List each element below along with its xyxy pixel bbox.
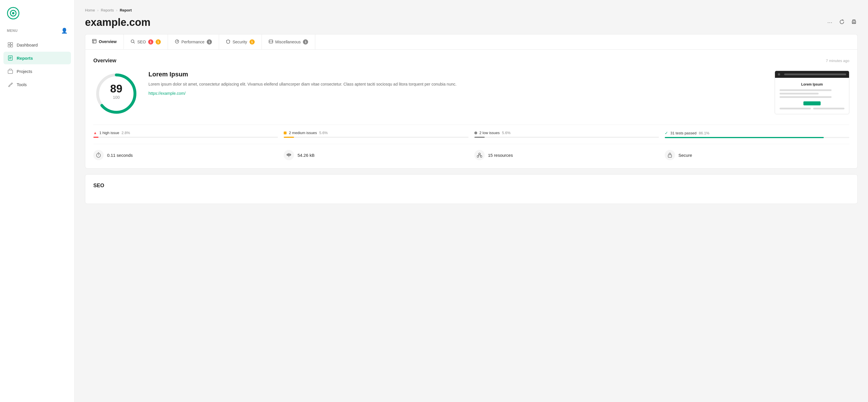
- overview-site-title: Lorem Ipsum: [149, 71, 766, 78]
- refresh-button[interactable]: [838, 18, 846, 27]
- overview-card: Overview 7 minutes ago 89 100 Lorem Ipsu…: [85, 50, 858, 168]
- issue-low-track: [474, 137, 659, 138]
- issue-passed-fill: [665, 137, 824, 138]
- svg-text:89: 89: [110, 83, 122, 95]
- svg-line-12: [10, 84, 11, 85]
- tabs-bar: Overview SEO 1 1 Performance 1: [85, 34, 858, 50]
- timer-icon: [93, 150, 104, 160]
- overview-main-row: 89 100 Lorem Ipsum Lorem ipsum dolor sit…: [93, 71, 849, 117]
- preview-body: Lorem Ipsum: [775, 78, 849, 114]
- breadcrumb-reports[interactable]: Reports: [101, 8, 114, 12]
- svg-point-24: [272, 41, 272, 42]
- overview-text: Lorem ipsum dolor sit amet, consectetur …: [149, 81, 766, 87]
- passed-icon: ✓: [665, 131, 668, 135]
- tab-seo-label: SEO: [137, 40, 146, 44]
- issue-high-label: ▲ 1 high issue 2.8%: [93, 131, 278, 135]
- stats-row: 0.11 seconds 54.26 kB: [93, 144, 849, 160]
- issue-high-pct: 2.8%: [121, 131, 130, 135]
- issue-medium: 2 medium issues 5.6%: [284, 131, 468, 138]
- issue-passed-label: ✓ 31 tests passed 86.1%: [665, 131, 849, 135]
- stat-secure-value: Secure: [679, 153, 692, 158]
- issue-low-pct: 5.6%: [502, 131, 510, 135]
- seo-card: SEO: [85, 174, 858, 204]
- preview-line-1: [780, 89, 832, 91]
- issue-passed-track: [665, 137, 849, 138]
- more-options-button[interactable]: ⋯: [826, 18, 834, 27]
- issue-high-text: 1 high issue: [99, 131, 119, 135]
- sidebar-item-reports[interactable]: Reports: [3, 52, 71, 64]
- scale-icon: [284, 150, 294, 160]
- preview-header-bar: [775, 71, 849, 78]
- svg-rect-4: [11, 42, 12, 44]
- tab-performance-label: Performance: [182, 40, 205, 44]
- issue-low-label: 2 low issues 5.6%: [474, 131, 659, 135]
- tab-security-badge: 1: [250, 39, 255, 44]
- tab-overview-label: Overview: [99, 39, 117, 44]
- tab-performance[interactable]: Performance 1: [168, 34, 219, 50]
- tab-seo[interactable]: SEO 1 1: [124, 34, 168, 50]
- stat-resources-value: 15 resources: [488, 153, 513, 158]
- svg-point-21: [177, 41, 177, 42]
- svg-rect-40: [668, 155, 672, 157]
- breadcrumb-sep-2: ›: [116, 8, 118, 12]
- seo-section-header: SEO: [93, 183, 849, 189]
- tab-overview[interactable]: Overview: [85, 34, 124, 50]
- preview-dot-1: [778, 73, 780, 75]
- resources-icon: [474, 150, 485, 160]
- svg-rect-15: [92, 39, 96, 43]
- main-content: Home › Reports › Report example.com ⋯: [75, 0, 868, 402]
- header-actions: ⋯: [826, 18, 858, 27]
- stat-time: 0.11 seconds: [93, 150, 278, 160]
- reports-label: Reports: [17, 56, 33, 61]
- overview-url[interactable]: https://example.com/: [149, 91, 185, 96]
- projects-label: Projects: [17, 69, 32, 74]
- dashboard-label: Dashboard: [17, 42, 38, 48]
- medium-issue-icon: [284, 131, 286, 134]
- tab-security[interactable]: Security 1: [219, 34, 262, 50]
- preview-footer-line-1: [780, 108, 811, 110]
- sidebar-item-projects[interactable]: Projects: [3, 65, 71, 78]
- tab-miscellaneous[interactable]: Miscellaneous 1: [262, 34, 315, 50]
- stat-secure: Secure: [665, 150, 849, 160]
- tab-misc-icon: [269, 39, 273, 44]
- print-button[interactable]: [850, 18, 858, 27]
- preview-footer: [780, 108, 844, 110]
- sidebar: MENU 👤 Dashboard: [0, 0, 75, 402]
- tab-performance-icon: [175, 39, 179, 44]
- account-icon[interactable]: 👤: [61, 28, 67, 34]
- issue-passed: ✓ 31 tests passed 86.1%: [665, 131, 849, 138]
- svg-point-22: [269, 41, 270, 42]
- preview-url-bar: [784, 73, 846, 75]
- svg-point-35: [479, 153, 480, 155]
- svg-rect-3: [8, 42, 10, 44]
- app-logo: [7, 7, 20, 20]
- sidebar-item-tools[interactable]: Tools: [3, 78, 71, 91]
- svg-text:100: 100: [113, 95, 120, 100]
- svg-rect-6: [11, 45, 12, 47]
- page-header: example.com ⋯: [85, 17, 858, 28]
- sidebar-item-dashboard[interactable]: Dashboard: [3, 38, 71, 51]
- tab-overview-icon: [92, 39, 96, 44]
- menu-label: MENU: [7, 29, 18, 33]
- stat-time-value: 0.11 seconds: [107, 153, 133, 158]
- overview-time: 7 minutes ago: [826, 59, 849, 63]
- issue-high-fill: [93, 137, 98, 138]
- tab-misc-badge: 1: [303, 39, 308, 44]
- breadcrumb-sep-1: ›: [97, 8, 98, 12]
- preview-footer-line-2: [813, 108, 844, 110]
- dashboard-icon: [7, 42, 13, 48]
- preview-site-title: Lorem Ipsum: [780, 83, 844, 86]
- lock-icon: [665, 150, 675, 160]
- breadcrumb-home[interactable]: Home: [85, 8, 95, 12]
- preview-line-2: [780, 93, 818, 94]
- svg-point-36: [477, 156, 479, 157]
- issue-passed-text: 31 tests passed: [671, 131, 696, 135]
- high-issue-icon: ▲: [93, 131, 97, 135]
- stat-size: 54.26 kB: [284, 150, 468, 160]
- svg-line-19: [133, 42, 135, 43]
- breadcrumb-current: Report: [120, 8, 132, 12]
- issue-medium-fill: [284, 137, 294, 138]
- svg-rect-11: [8, 70, 12, 73]
- stat-size-value: 54.26 kB: [298, 153, 314, 158]
- svg-line-39: [479, 155, 481, 156]
